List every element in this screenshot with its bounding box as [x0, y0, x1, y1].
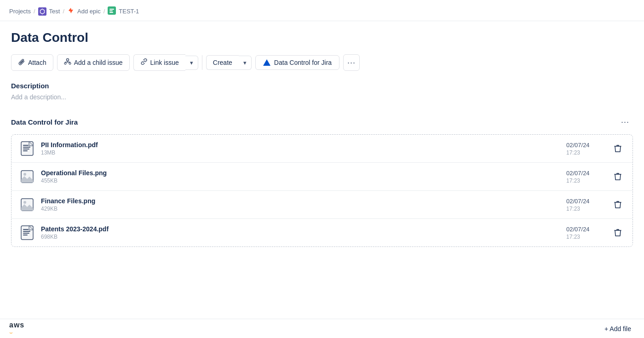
svg-point-17 — [23, 201, 26, 204]
svg-rect-19 — [23, 229, 29, 230]
add-child-issue-button[interactable]: Add a child issue — [57, 54, 130, 71]
file-name-1: Operational Files.png — [41, 169, 559, 177]
chevron-down-icon: ▾ — [190, 59, 193, 66]
file-delete-button-1[interactable] — [610, 171, 625, 183]
svg-rect-10 — [23, 145, 29, 146]
description-title: Description — [11, 82, 633, 90]
svg-rect-0 — [38, 7, 46, 16]
jira-section-header: Data Control for Jira ··· — [11, 115, 633, 129]
file-size-1: 455KB — [41, 178, 559, 184]
pdf-icon — [19, 224, 35, 241]
breadcrumb-sep2: / — [63, 8, 64, 15]
file-name-0: PII Information.pdf — [41, 141, 559, 149]
files-container: PII Information.pdf 13MB 02/07/24 17:23 … — [11, 134, 633, 247]
file-date-1: 02/07/24 17:23 — [566, 170, 603, 184]
file-date-time-2: 17:23 — [566, 206, 603, 212]
svg-rect-20 — [23, 231, 30, 232]
aws-logo: aws ⌣ — [9, 321, 24, 336]
create-dropdown[interactable]: ▾ — [239, 56, 252, 70]
image-icon — [19, 168, 35, 185]
svg-rect-13 — [23, 150, 28, 151]
file-delete-button-2[interactable] — [610, 199, 625, 211]
child-issue-label: Add a child issue — [74, 59, 123, 66]
file-size-0: 13MB — [41, 149, 559, 156]
pdf-icon — [19, 140, 35, 157]
file-delete-button-0[interactable] — [610, 143, 625, 155]
jira-section-title: Data Control for Jira — [11, 118, 78, 126]
svg-rect-11 — [23, 147, 30, 148]
file-name-2: Finance Files.png — [41, 197, 559, 205]
file-size-2: 429KB — [41, 206, 559, 212]
table-row: Patents 2023-2024.pdf 698KB 02/07/24 17:… — [12, 219, 632, 246]
svg-rect-4 — [109, 11, 113, 11]
more-icon: ··· — [347, 58, 356, 68]
create-label: Create — [213, 59, 232, 66]
file-date-2: 02/07/24 17:23 — [566, 198, 603, 212]
file-delete-button-3[interactable] — [610, 227, 625, 239]
breadcrumb-projects[interactable]: Projects — [9, 8, 31, 15]
footer-bar: aws ⌣ + Add file — [0, 319, 644, 338]
breadcrumb-epic[interactable]: Add epic — [77, 8, 101, 15]
file-size-3: 698KB — [41, 234, 559, 240]
attach-button[interactable]: Attach — [11, 54, 53, 71]
aws-text: aws — [9, 321, 24, 329]
link-issue-dropdown[interactable]: ▾ — [185, 56, 198, 70]
table-row: Finance Files.png 429KB 02/07/24 17:23 — [12, 191, 632, 219]
breadcrumb-epic-icon — [67, 7, 75, 16]
more-button[interactable]: ··· — [343, 54, 360, 71]
aws-smile-icon: ⌣ — [9, 329, 13, 336]
breadcrumb-ticket-icon — [108, 6, 116, 16]
svg-rect-12 — [23, 149, 29, 149]
attach-icon — [18, 58, 25, 67]
file-date-time-3: 17:23 — [566, 234, 603, 240]
file-date-time-0: 17:23 — [566, 149, 603, 156]
link-issue-button[interactable]: Link issue — [133, 54, 185, 71]
file-info-3: Patents 2023-2024.pdf 698KB — [41, 225, 559, 240]
description-placeholder[interactable]: Add a description... — [11, 93, 633, 101]
jira-label: Data Control for Jira — [274, 59, 332, 66]
svg-point-8 — [69, 63, 71, 64]
svg-rect-22 — [23, 235, 28, 235]
create-button[interactable]: Create — [206, 55, 239, 70]
file-date-3: 02/07/24 17:23 — [566, 226, 603, 240]
jira-logo-icon — [263, 59, 270, 66]
attach-label: Attach — [28, 59, 46, 66]
toolbar: Attach Add a child issue — [11, 54, 633, 71]
child-issue-icon — [64, 58, 71, 67]
breadcrumb-ticket[interactable]: TEST-1 — [119, 8, 139, 15]
svg-point-7 — [64, 63, 66, 64]
breadcrumb: Projects / Test / Add epic / TEST-1 — [0, 0, 644, 21]
file-left-0: PII Information.pdf 13MB — [19, 140, 559, 157]
jira-section-more-button[interactable]: ··· — [617, 115, 633, 129]
link-issue-label: Link issue — [150, 59, 179, 66]
file-date-main-2: 02/07/24 — [566, 198, 603, 205]
file-date-0: 02/07/24 17:23 — [566, 142, 603, 156]
create-chevron-icon: ▾ — [243, 59, 247, 66]
image-icon — [19, 196, 35, 213]
table-row: PII Information.pdf 13MB 02/07/24 17:23 — [12, 135, 632, 163]
add-file-button[interactable]: + Add file — [601, 323, 635, 334]
file-name-3: Patents 2023-2024.pdf — [41, 225, 559, 233]
svg-rect-5 — [109, 12, 113, 13]
link-icon — [140, 58, 148, 67]
file-left-1: Operational Files.png 455KB — [19, 168, 559, 185]
file-left-2: Finance Files.png 429KB — [19, 196, 559, 213]
toolbar-divider — [202, 55, 202, 70]
description-section: Description Add a description... — [11, 82, 633, 101]
link-issue-group: Link issue ▾ — [133, 54, 198, 71]
breadcrumb-test-icon — [38, 7, 46, 16]
file-date-main-1: 02/07/24 — [566, 170, 603, 177]
page-content: Data Control Attach Add a child iss — [0, 21, 644, 256]
jira-button[interactable]: Data Control for Jira — [255, 55, 339, 70]
file-info-1: Operational Files.png 455KB — [41, 169, 559, 184]
breadcrumb-sep3: / — [104, 8, 105, 15]
svg-rect-3 — [109, 9, 114, 10]
svg-rect-21 — [23, 233, 29, 234]
file-date-main-0: 02/07/24 — [566, 142, 603, 149]
svg-point-6 — [66, 59, 69, 61]
jira-section: Data Control for Jira ··· PII Informatio… — [11, 115, 633, 247]
page-title: Data Control — [11, 30, 633, 45]
breadcrumb-test[interactable]: Test — [49, 8, 60, 15]
table-row: Operational Files.png 455KB 02/07/24 17:… — [12, 163, 632, 191]
svg-point-15 — [23, 173, 26, 176]
